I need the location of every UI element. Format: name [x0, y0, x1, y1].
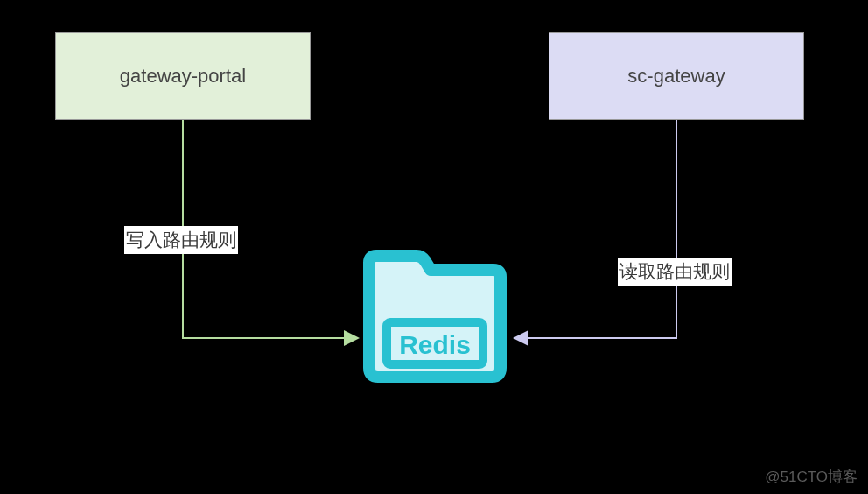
- left-arrow-horizontal: [182, 337, 350, 339]
- right-arrowhead: [513, 330, 528, 346]
- redis-folder-icon: Redis: [362, 245, 507, 384]
- redis-text: Redis: [399, 330, 471, 359]
- gateway-portal-box: gateway-portal: [55, 32, 311, 120]
- write-rule-label: 写入路由规则: [124, 226, 238, 254]
- gateway-portal-label: gateway-portal: [120, 65, 246, 88]
- right-arrow-horizontal: [525, 337, 677, 339]
- right-arrow-vertical: [676, 120, 677, 339]
- watermark: @51CTO博客: [765, 467, 858, 487]
- left-arrowhead: [344, 330, 360, 346]
- sc-gateway-label: sc-gateway: [627, 65, 724, 88]
- read-rule-label: 读取路由规则: [618, 258, 732, 286]
- sc-gateway-box: sc-gateway: [549, 32, 804, 120]
